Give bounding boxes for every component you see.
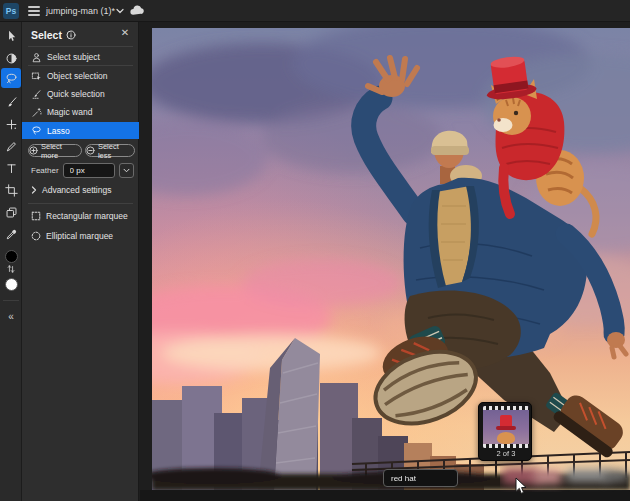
info-icon[interactable] (66, 30, 76, 40)
select-more-button[interactable]: Select more (28, 144, 82, 157)
half-circle-icon (5, 52, 18, 65)
person-icon (31, 52, 42, 63)
magic-wand-item[interactable]: Magic wand (22, 104, 139, 120)
quick-selection-label: Quick selection (47, 89, 105, 99)
chevron-right-icon (31, 186, 37, 194)
crop-icon (5, 184, 18, 197)
object-selection-icon (31, 71, 42, 82)
filmstrip-sprockets (483, 444, 529, 448)
elliptical-marquee-item[interactable]: Elliptical marquee (22, 229, 139, 243)
mouse-cursor (514, 477, 528, 495)
elliptical-marquee-label: Elliptical marquee (46, 231, 113, 241)
lasso-icon (5, 72, 18, 85)
plus-circle-icon (29, 146, 38, 155)
dashed-square-icon (31, 211, 41, 221)
adjust-tool-button[interactable] (0, 48, 22, 68)
layers-icon (5, 206, 18, 219)
panel-divider (28, 65, 133, 66)
collapse-toolbar-button[interactable]: « (0, 306, 22, 326)
prompt-input[interactable] (383, 469, 458, 487)
select-subject-label: Select subject (47, 52, 100, 62)
type-icon (5, 162, 18, 175)
move-tool-button[interactable] (0, 26, 22, 46)
select-less-button[interactable]: Select less (85, 144, 135, 157)
tool-bar: « (0, 22, 22, 501)
top-bar: Ps jumping-man (1)* (0, 0, 630, 22)
object-selection-item[interactable]: Object selection (22, 68, 139, 84)
panel-title: Select (31, 29, 62, 41)
toolbar-divider (3, 300, 19, 301)
selection-crosshair-icon (5, 118, 18, 131)
photo-jumping-man-with-cat (152, 28, 630, 490)
select-panel: Select ✕ Select subject Object selection… (22, 22, 139, 501)
document-title[interactable]: jumping-man (1)* (46, 0, 115, 22)
background-color-swatch[interactable] (0, 274, 22, 294)
canvas-area (140, 22, 630, 501)
eyedropper-icon (5, 228, 18, 241)
magic-wand-icon (31, 107, 42, 118)
chevron-down-icon[interactable] (116, 8, 124, 14)
panel-divider (28, 203, 133, 204)
black-color-swatch (5, 250, 18, 263)
mini-cat-head (497, 432, 515, 444)
panel-divider (28, 46, 133, 47)
magic-wand-label: Magic wand (47, 107, 92, 117)
object-selection-label: Object selection (47, 71, 107, 81)
white-color-swatch (5, 278, 18, 291)
variations-card[interactable]: 2 of 3 (478, 402, 532, 461)
variation-counter: 2 of 3 (483, 448, 529, 460)
select-less-label: Select less (98, 142, 134, 160)
variation-thumbnail[interactable] (483, 406, 529, 448)
cloud-sync-icon[interactable] (129, 4, 144, 17)
lasso-label: Lasso (47, 126, 70, 136)
feather-dropdown-button[interactable] (119, 163, 134, 178)
mini-red-hat-brim (496, 426, 516, 430)
brush-icon (5, 96, 18, 109)
rectangular-marquee-item[interactable]: Rectangular marquee (22, 209, 139, 223)
type-tool-button[interactable] (0, 158, 22, 178)
dashed-circle-icon (31, 231, 41, 241)
pencil-tool-button[interactable] (0, 136, 22, 156)
feather-label: Feather (31, 166, 59, 175)
lasso-icon (31, 125, 42, 136)
brush-tool-button[interactable] (0, 92, 22, 112)
lasso-item-active[interactable]: Lasso (22, 122, 139, 139)
advanced-settings-label: Advanced settings (42, 185, 111, 195)
photo-canvas[interactable] (152, 28, 630, 490)
rectangular-marquee-label: Rectangular marquee (46, 211, 128, 221)
chevron-down-icon (123, 168, 130, 173)
pencil-icon (5, 140, 18, 153)
move-cursor-icon (5, 30, 18, 43)
advanced-settings-toggle[interactable]: Advanced settings (22, 183, 139, 197)
filmstrip-sprockets (483, 406, 529, 410)
select-subject-button[interactable]: Select subject (22, 49, 139, 65)
lasso-tool-button[interactable] (1, 68, 21, 88)
select-more-label: Select more (41, 142, 81, 160)
minus-circle-icon (86, 146, 95, 155)
feather-input[interactable] (63, 163, 115, 178)
clone-tool-button[interactable] (0, 202, 22, 222)
hamburger-menu-icon[interactable] (28, 6, 40, 16)
quick-selection-item[interactable]: Quick selection (22, 86, 139, 102)
photoshop-web-window: Ps jumping-man (1)* (0, 0, 630, 501)
double-chevron-left-icon: « (8, 311, 14, 322)
eyedropper-tool-button[interactable] (0, 224, 22, 244)
close-icon[interactable]: ✕ (118, 26, 132, 40)
quick-selection-icon (31, 89, 42, 100)
photoshop-logo[interactable]: Ps (3, 3, 19, 19)
swap-arrows-icon (6, 264, 16, 274)
quick-selection-tool-button[interactable] (0, 114, 22, 134)
feather-row: Feather (22, 162, 139, 178)
crop-tool-button[interactable] (0, 180, 22, 200)
